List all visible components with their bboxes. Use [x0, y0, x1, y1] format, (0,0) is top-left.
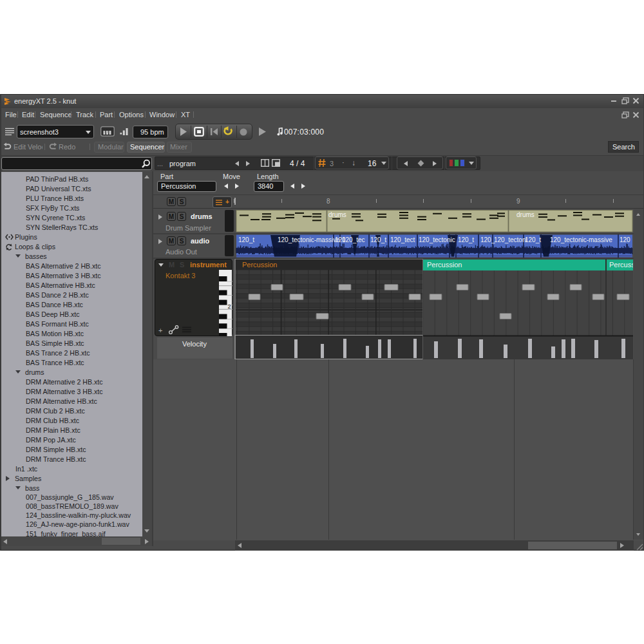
svg-text:120_tectonic-massive: 120_tectonic-massive: [550, 236, 612, 243]
svg-text:120: 120: [620, 236, 630, 243]
svg-text:120_t: 120_t: [525, 236, 541, 243]
svg-text:120_tectonic: 120_tectonic: [419, 236, 455, 243]
svg-text:Percussion: Percussion: [242, 261, 277, 269]
svg-text:Percuss: Percuss: [609, 261, 633, 269]
svg-text:120_tectonic-massive: 120_tectonic-massive: [278, 236, 340, 243]
svg-text:120_t: 120_t: [370, 236, 386, 243]
svg-text:Percussion: Percussion: [427, 261, 462, 269]
svg-text:120_t: 120_t: [458, 236, 474, 243]
svg-text:drums: drums: [328, 211, 346, 218]
svg-text:drums: drums: [516, 211, 535, 218]
svg-text:120_t: 120_t: [238, 236, 254, 243]
svg-text:120_tect: 120_tect: [390, 236, 415, 243]
svg-text:120_: 120_: [480, 236, 495, 243]
svg-text:120_tec: 120_tec: [342, 236, 365, 243]
svg-text:2: 2: [228, 303, 231, 310]
svg-text:120_tectoni: 120_tectoni: [494, 236, 527, 243]
